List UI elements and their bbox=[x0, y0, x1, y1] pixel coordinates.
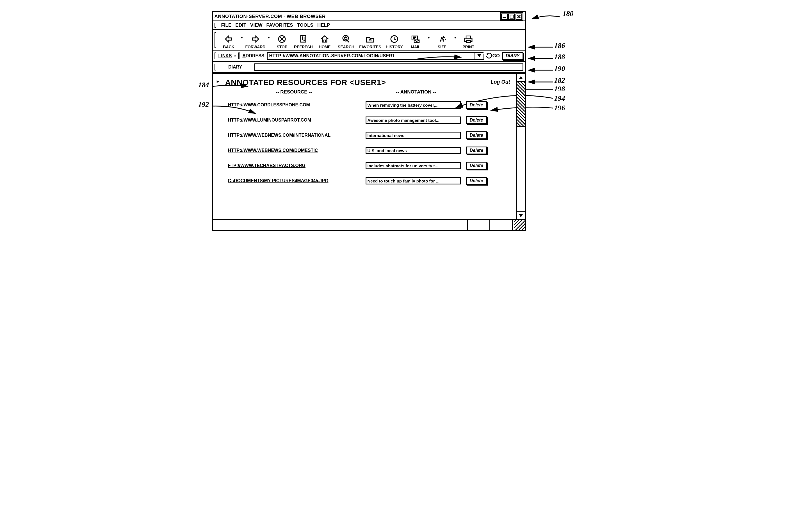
status-pane-1 bbox=[468, 220, 490, 230]
address-label: ADDRESS bbox=[242, 53, 264, 58]
links-expand-icon[interactable]: » bbox=[234, 53, 236, 58]
window-controls bbox=[500, 12, 523, 21]
back-dropdown-icon[interactable]: ▼ bbox=[241, 36, 244, 45]
table-row: HTTP://WWW.WEBNEWS.COM/DOMESTICU.S. and … bbox=[228, 147, 512, 154]
callout-196: 196 bbox=[554, 104, 565, 112]
search-icon bbox=[341, 34, 350, 44]
favorites-icon: ✻ bbox=[365, 34, 375, 44]
menu-help[interactable]: HELP bbox=[317, 22, 330, 28]
back-button[interactable]: BACK bbox=[219, 34, 239, 49]
refresh-button[interactable]: REFRESH bbox=[293, 34, 313, 49]
stop-button[interactable]: STOP bbox=[272, 34, 292, 49]
diary-button[interactable]: DIARY bbox=[502, 52, 523, 60]
diary-label: DIARY bbox=[218, 64, 252, 70]
forward-dropdown-icon[interactable]: ▼ bbox=[267, 36, 270, 45]
toolbar-grip[interactable] bbox=[214, 32, 216, 48]
resource-link[interactable]: HTTP://WWW.WEBNEWS.COM/INTERNATIONAL bbox=[228, 133, 366, 138]
scroll-up-button[interactable] bbox=[517, 74, 525, 82]
links-grip[interactable] bbox=[214, 53, 216, 59]
scroll-down-button[interactable] bbox=[517, 211, 525, 219]
history-label: HISTORY bbox=[386, 45, 403, 49]
print-button[interactable]: PRINT bbox=[459, 34, 478, 49]
chevron-up-icon bbox=[519, 76, 523, 79]
annotation-field[interactable]: Need to touch up family photo for ... bbox=[366, 177, 461, 185]
address-url[interactable]: HTTP://WWW.ANNOTATION-SERVER.COM/LOGIN/U… bbox=[269, 53, 475, 58]
links-label[interactable]: LINKS bbox=[218, 53, 232, 58]
home-button[interactable]: HOME bbox=[315, 34, 334, 49]
table-row: HTTP://WWW.LUMINOUSPARROT.COMAwesome pho… bbox=[228, 116, 512, 124]
menubar-grip[interactable] bbox=[214, 23, 216, 28]
svg-rect-3 bbox=[301, 35, 306, 42]
col-resource-header: -- RESOURCE -- bbox=[217, 89, 360, 95]
diary-grip[interactable] bbox=[214, 64, 216, 71]
mail-button[interactable]: MAIL bbox=[406, 34, 425, 49]
stop-label: STOP bbox=[276, 45, 287, 49]
callout-188: 188 bbox=[554, 53, 565, 61]
diary-input[interactable] bbox=[254, 63, 523, 71]
refresh-icon bbox=[299, 34, 307, 44]
scroll-thumb[interactable] bbox=[517, 82, 525, 127]
forward-button[interactable]: FORWARD bbox=[245, 34, 265, 49]
delete-button[interactable]: Delete bbox=[466, 162, 487, 170]
close-button[interactable] bbox=[516, 14, 522, 20]
annotation-field[interactable]: U.S. and local news bbox=[366, 147, 461, 154]
toolbar: BACK ▼ FORWARD ▼ STOP REFRESH HOME bbox=[213, 30, 525, 51]
history-button[interactable]: HISTORY bbox=[384, 34, 404, 49]
address-bar: LINKS » ADDRESS HTTP://WWW.ANNOTATION-SE… bbox=[213, 51, 525, 62]
page-title: ANNOTATED RESOURCES FOR <USER1> bbox=[225, 78, 512, 87]
resource-link[interactable]: HTTP://WWW.LUMINOUSPARROT.COM bbox=[228, 118, 366, 123]
favorites-label: FAVORITES bbox=[359, 45, 381, 49]
annotation-field[interactable]: International news bbox=[366, 132, 461, 139]
size-button[interactable]: AA SIZE bbox=[432, 34, 452, 49]
menu-tools[interactable]: TOOLS bbox=[297, 22, 313, 28]
search-button[interactable]: SEARCH bbox=[336, 34, 356, 49]
scroll-track[interactable] bbox=[517, 82, 525, 211]
scrollbar[interactable] bbox=[517, 74, 525, 219]
logout-link[interactable]: Log Out bbox=[491, 79, 510, 85]
resource-link[interactable]: HTTP://WWW.CORDLESSPHONE.COM bbox=[228, 102, 366, 108]
size-icon: AA bbox=[438, 34, 446, 44]
forward-label: FORWARD bbox=[245, 45, 265, 49]
menu-edit[interactable]: EDIT bbox=[235, 22, 246, 28]
table-row: C:\DOCUMENTS\MY PICTURES\IMAGE045.JPGNee… bbox=[228, 177, 512, 185]
annotation-field[interactable]: When removing the battery cover,... bbox=[366, 101, 461, 109]
favorites-button[interactable]: ✻ FAVORITES bbox=[358, 34, 383, 49]
annotation-field[interactable]: Awesome photo management tool... bbox=[366, 116, 461, 124]
mail-label: MAIL bbox=[411, 45, 420, 49]
chevron-down-icon bbox=[477, 54, 481, 57]
address-dropdown-button[interactable] bbox=[475, 53, 483, 59]
svg-rect-1 bbox=[510, 15, 513, 18]
resource-link[interactable]: HTTP://WWW.WEBNEWS.COM/DOMESTIC bbox=[228, 148, 366, 153]
minimize-button[interactable] bbox=[501, 14, 507, 20]
delete-button[interactable]: Delete bbox=[466, 177, 487, 185]
status-pane-2 bbox=[490, 220, 513, 230]
annotation-field[interactable]: Includes abstracts for university t... bbox=[366, 162, 461, 169]
callout-186: 186 bbox=[554, 41, 565, 50]
menu-favorites[interactable]: FAVORITES bbox=[266, 22, 293, 28]
address-combobox[interactable]: HTTP://WWW.ANNOTATION-SERVER.COM/LOGIN/U… bbox=[267, 52, 483, 60]
svg-rect-0 bbox=[503, 17, 506, 18]
maximize-button[interactable] bbox=[508, 14, 515, 20]
delete-button[interactable]: Delete bbox=[466, 116, 487, 124]
delete-button[interactable]: Delete bbox=[466, 131, 487, 139]
page-content: ▸ ANNOTATED RESOURCES FOR <USER1> Log Ou… bbox=[213, 74, 517, 219]
home-label: HOME bbox=[319, 45, 330, 49]
menu-view[interactable]: VIEW bbox=[250, 22, 262, 28]
go-button[interactable]: GO bbox=[486, 53, 500, 59]
statusbar bbox=[213, 220, 525, 230]
resource-link[interactable]: C:\DOCUMENTS\MY PICTURES\IMAGE045.JPG bbox=[228, 178, 366, 183]
size-dropdown-icon[interactable]: ▼ bbox=[454, 36, 457, 45]
refresh-label: REFRESH bbox=[294, 45, 313, 49]
address-grip[interactable] bbox=[238, 53, 240, 59]
resize-grip[interactable] bbox=[513, 220, 525, 230]
go-icon bbox=[486, 53, 492, 59]
mail-dropdown-icon[interactable]: ▼ bbox=[427, 36, 430, 45]
diary-bar: DIARY bbox=[213, 62, 525, 73]
callout-198: 198 bbox=[554, 85, 565, 93]
print-label: PRINT bbox=[462, 45, 474, 49]
status-pane-main bbox=[213, 220, 468, 230]
delete-button[interactable]: Delete bbox=[466, 147, 487, 154]
delete-button[interactable]: Delete bbox=[466, 101, 487, 109]
resource-link[interactable]: FTP://WWW.TECHABSTRACTS.ORG bbox=[228, 163, 366, 168]
menu-file[interactable]: FILE bbox=[221, 22, 232, 28]
